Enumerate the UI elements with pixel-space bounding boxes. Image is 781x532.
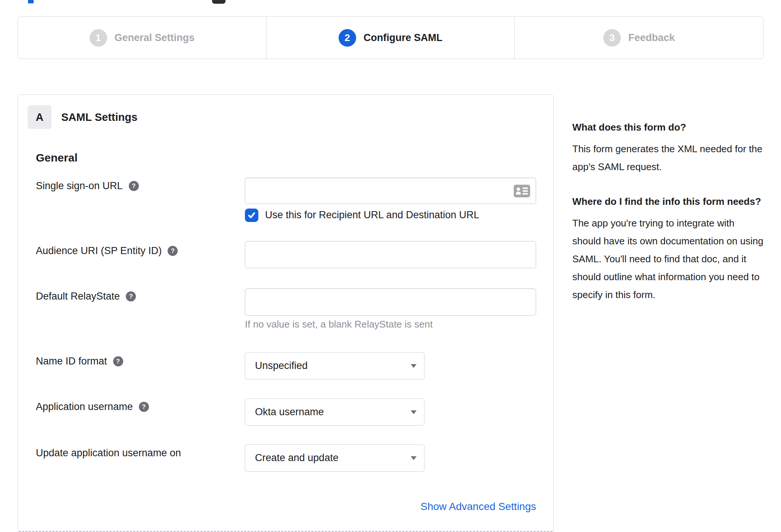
name-id-format-label-text: Name ID format (36, 356, 107, 367)
audience-uri-label: Audience URI (SP Entity ID) ? (36, 245, 178, 257)
audience-uri-input[interactable] (245, 241, 536, 268)
step-feedback[interactable]: 3 Feedback (514, 17, 763, 59)
group-title-general: General (36, 151, 78, 164)
panel-title: SAML Settings (61, 105, 137, 129)
sso-url-input-wrap (245, 178, 536, 204)
step-label: Configure SAML (364, 32, 442, 44)
clipped-header-fragment-blue (28, 0, 34, 3)
update-username-select[interactable]: Create and update (245, 444, 424, 472)
relay-state-input[interactable] (245, 288, 536, 316)
application-username-value: Okta username (255, 406, 324, 418)
application-username-label-text: Application username (36, 401, 133, 413)
relay-state-label: Default RelayState ? (36, 291, 136, 302)
help-icon[interactable]: ? (113, 356, 123, 366)
application-username-label: Application username ? (36, 401, 149, 413)
help-heading: Where do I find the info this form needs… (572, 193, 763, 210)
dropdown-caret-icon (411, 364, 417, 368)
step-configure-saml[interactable]: 2 Configure SAML (266, 17, 515, 59)
update-username-value: Create and update (255, 452, 339, 464)
application-username-select[interactable]: Okta username (245, 398, 424, 426)
help-heading: What does this form do? (572, 119, 763, 136)
step-label: General Settings (115, 32, 195, 44)
dropdown-caret-icon (411, 456, 417, 460)
use-for-recipient-checkbox-label: Use this for Recipient URL and Destinati… (265, 209, 479, 221)
check-icon (247, 210, 256, 220)
show-advanced-settings-link[interactable]: Show Advanced Settings (420, 501, 536, 513)
sso-url-label: Single sign-on URL ? (36, 180, 139, 192)
help-sidebar: What does this form do? This form genera… (572, 119, 763, 321)
help-icon[interactable]: ? (139, 402, 149, 412)
use-for-recipient-checkbox[interactable] (245, 209, 258, 222)
update-username-label: Update application username on (36, 447, 181, 459)
saml-settings-panel: A SAML Settings General Single sign-on U… (18, 94, 554, 532)
help-paragraph: This form generates the XML needed for t… (572, 140, 763, 176)
audience-uri-label-text: Audience URI (SP Entity ID) (36, 245, 162, 257)
name-id-format-value: Unspecified (255, 360, 308, 372)
help-icon[interactable]: ? (129, 181, 139, 191)
name-id-format-select[interactable]: Unspecified (245, 352, 424, 379)
section-letter-badge: A (28, 105, 52, 129)
relay-state-hint: If no value is set, a blank RelayState i… (245, 319, 433, 330)
name-id-format-label: Name ID format ? (36, 356, 123, 367)
step-number-badge: 1 (90, 29, 107, 47)
update-username-label-text: Update application username on (36, 447, 181, 459)
clipped-header-fragment-dark (212, 0, 225, 4)
contact-card-icon[interactable] (514, 185, 530, 197)
help-icon[interactable]: ? (126, 291, 136, 301)
step-number-badge: 2 (339, 29, 356, 47)
help-paragraph: The app you're trying to integrate with … (572, 214, 763, 304)
wizard-stepper: 1 General Settings 2 Configure SAML 3 Fe… (18, 16, 763, 59)
step-general-settings[interactable]: 1 General Settings (18, 17, 266, 59)
step-label: Feedback (628, 32, 675, 44)
step-number-badge: 3 (603, 29, 621, 47)
dropdown-caret-icon (411, 410, 417, 414)
help-icon[interactable]: ? (168, 246, 178, 256)
relay-state-label-text: Default RelayState (36, 291, 120, 302)
sso-url-label-text: Single sign-on URL (36, 180, 123, 192)
sso-url-input[interactable] (245, 178, 536, 204)
